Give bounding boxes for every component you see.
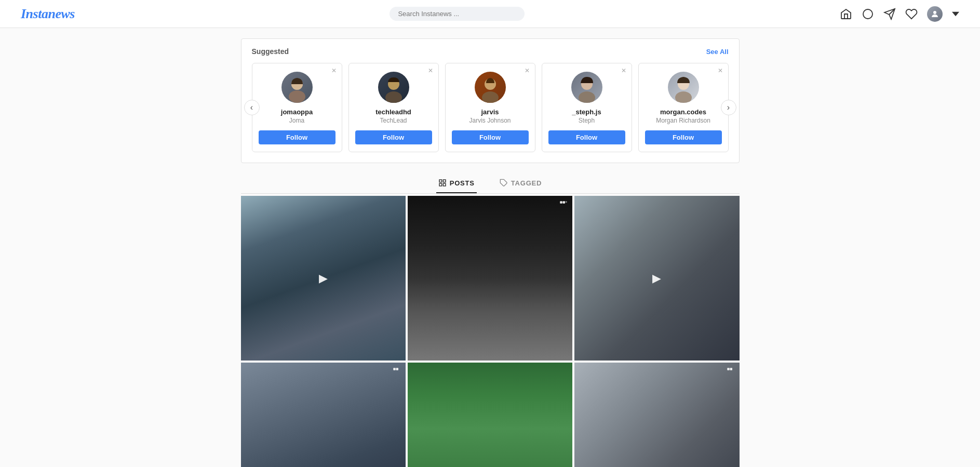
photo-cell-6[interactable]: [574, 363, 739, 467]
avatar-jomaoppa: [281, 72, 313, 103]
search-bar[interactable]: [390, 7, 525, 21]
profile-avatar[interactable]: [927, 6, 943, 22]
displayname-morgan: Morgan Richardson: [645, 117, 722, 124]
photo-cell-2[interactable]: [408, 196, 572, 361]
header: Instanews: [0, 0, 980, 28]
svg-rect-24: [566, 201, 567, 203]
avatar-morgan: [668, 72, 699, 103]
avatar-steph: [571, 72, 602, 103]
grid-icon: [438, 179, 447, 187]
photo-cell-5[interactable]: [408, 363, 572, 467]
username-steph: _steph.js: [548, 108, 625, 116]
tab-posts[interactable]: POSTS: [436, 174, 477, 193]
close-card-morgan[interactable]: ✕: [718, 68, 723, 74]
suggested-header: Suggested See All: [252, 47, 729, 56]
svg-point-16: [675, 91, 692, 103]
suggested-title: Suggested: [252, 47, 289, 56]
photo-cell-1[interactable]: ▶: [241, 196, 406, 361]
photo-cell-4[interactable]: [241, 363, 406, 467]
svg-rect-20: [443, 183, 446, 186]
svg-marker-2: [866, 15, 867, 16]
svg-point-12: [482, 91, 499, 103]
username-morgan: morgan.codes: [645, 108, 722, 116]
follow-button-steph[interactable]: Follow: [548, 130, 625, 144]
profile-dropdown-icon[interactable]: [952, 8, 959, 20]
username-jarvis: jarvis: [452, 108, 529, 116]
svg-rect-23: [563, 201, 566, 204]
multi-icon-2: [559, 200, 568, 211]
send-icon[interactable]: [883, 8, 896, 20]
svg-point-5: [933, 11, 936, 14]
svg-rect-19: [439, 183, 442, 186]
svg-marker-1: [866, 12, 870, 16]
svg-rect-22: [560, 201, 562, 204]
svg-rect-26: [396, 368, 398, 371]
tab-tagged-label: TAGGED: [511, 179, 542, 187]
tag-icon: [500, 179, 508, 187]
follow-button-morgan[interactable]: Follow: [645, 130, 722, 144]
search-input[interactable]: [398, 10, 516, 18]
svg-point-0: [863, 9, 872, 19]
suggested-card-jomaoppa: ✕ jomaoppa Joma Follow: [252, 63, 342, 152]
posts-tabs: POSTS TAGGED: [241, 174, 740, 194]
suggested-card-morgan: ✕ morgan.codes Morgan Richardson Follow: [638, 63, 729, 152]
photo-cell-3[interactable]: ▶: [574, 196, 739, 361]
multi-icon-4: [392, 367, 401, 378]
carousel-wrapper: ‹ ✕ jomaoppa Joma Follow: [252, 63, 729, 152]
multi-icon-6: [726, 367, 735, 378]
svg-point-7: [289, 90, 305, 103]
compass-icon[interactable]: [862, 8, 874, 20]
play-icon-1: ▶: [319, 272, 328, 285]
svg-rect-27: [727, 368, 730, 371]
displayname-techleadhd: TechLead: [355, 117, 432, 124]
svg-point-14: [579, 91, 595, 103]
close-card-jomaoppa[interactable]: ✕: [331, 68, 337, 74]
header-icons: [840, 6, 959, 22]
main-content: Suggested See All ‹ ✕: [241, 28, 740, 467]
heart-icon[interactable]: [905, 8, 918, 20]
suggested-section: Suggested See All ‹ ✕: [241, 38, 740, 163]
suggested-card-techleadhd: ✕ techleadhd TechLead Follow: [348, 63, 439, 152]
logo: Instanews: [21, 6, 75, 22]
displayname-jarvis: Jarvis Johnson: [452, 117, 529, 124]
suggested-card-steph: ✕ _steph.js Steph Follow: [542, 63, 632, 152]
svg-rect-25: [393, 368, 396, 371]
tab-tagged[interactable]: TAGGED: [498, 174, 544, 193]
suggested-card-jarvis: ✕ jarvis Jarvis Johnson Follow: [445, 63, 535, 152]
tab-posts-label: POSTS: [450, 179, 475, 187]
displayname-steph: Steph: [548, 117, 625, 124]
photo-grid: ▶ ▶: [241, 196, 740, 467]
avatar-techleadhd: [378, 72, 409, 103]
svg-rect-17: [439, 180, 442, 182]
svg-rect-28: [730, 368, 732, 371]
svg-rect-18: [443, 180, 446, 182]
carousel-prev-button[interactable]: ‹: [244, 100, 260, 115]
home-icon[interactable]: [840, 8, 852, 20]
username-jomaoppa: jomaoppa: [259, 108, 335, 116]
close-card-steph[interactable]: ✕: [621, 68, 626, 74]
follow-button-techleadhd[interactable]: Follow: [355, 130, 432, 144]
svg-point-10: [385, 91, 402, 103]
avatar-jarvis: [475, 72, 506, 103]
displayname-jomaoppa: Joma: [259, 117, 335, 124]
see-all-button[interactable]: See All: [706, 48, 729, 56]
follow-button-jarvis[interactable]: Follow: [452, 130, 529, 144]
username-techleadhd: techleadhd: [355, 108, 432, 116]
play-icon-3: ▶: [652, 272, 661, 285]
close-card-techleadhd[interactable]: ✕: [428, 68, 433, 74]
suggested-cards: ✕ jomaoppa Joma Follow ✕: [252, 63, 729, 152]
follow-button-jomaoppa[interactable]: Follow: [259, 130, 335, 144]
close-card-jarvis[interactable]: ✕: [525, 68, 530, 74]
carousel-next-button[interactable]: ›: [721, 100, 736, 115]
